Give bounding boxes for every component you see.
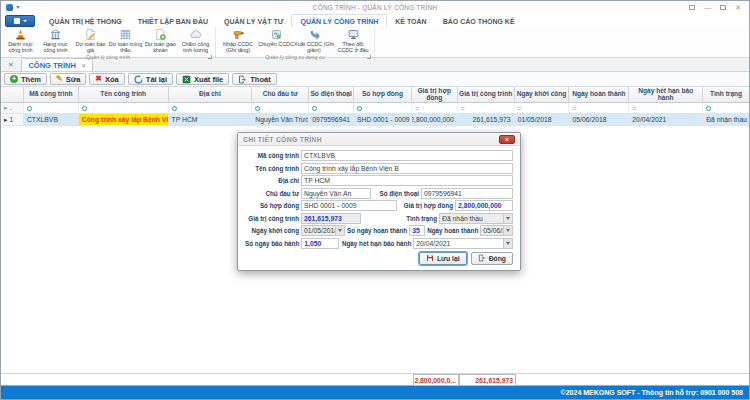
column-header[interactable]: Địa chỉ	[169, 87, 253, 102]
filter-cell[interactable]: =	[515, 103, 570, 113]
thoat-button[interactable]: Thoát	[232, 73, 276, 85]
plus-icon: +	[10, 75, 18, 83]
theo-doi-ccdc-button[interactable]: Theo dõi CCDC ở đâu	[334, 27, 372, 54]
tai-lai-button[interactable]: Tải lại	[128, 73, 173, 85]
dialog-close-button[interactable]: x	[499, 135, 515, 144]
window-title: CÔNG TRÌNH - QUẢN LÝ CÔNG TRÌNH	[1, 4, 749, 11]
cell-ma-cong-trinh[interactable]: CTXLBVB	[24, 114, 79, 125]
app-menu-button[interactable]	[5, 15, 35, 27]
ngay-hoan-thanh-picker[interactable]: 05/06/2018	[480, 225, 513, 236]
filter-cell[interactable]: =	[458, 103, 515, 113]
pencil-icon: ✎	[56, 75, 63, 83]
equals-icon: =	[415, 105, 419, 112]
danh-muc-cong-trinh-button[interactable]: Danh mục công trình	[3, 27, 38, 54]
ribbon-tab-ke-toan[interactable]: KẾ TOÁN	[387, 15, 434, 27]
so-hop-dong-field[interactable]: SHD 0001 - 0009	[301, 200, 397, 211]
chevron-down-icon[interactable]	[503, 226, 512, 235]
cell-gia-tri-hop-dong[interactable]: 2,800,000,000	[412, 114, 458, 125]
cell-gia-tri-cong-trinh[interactable]: 261,615,973	[458, 114, 515, 125]
column-header[interactable]: Tình trạng	[703, 87, 749, 102]
hang-muc-cong-trinh-button[interactable]: Hạng mục công trình	[38, 27, 73, 54]
spreadsheet-icon	[119, 28, 132, 41]
chevron-down-icon[interactable]	[503, 239, 512, 248]
gia-tri-hop-dong-field[interactable]: 2,800,000,000	[455, 200, 513, 211]
filter-cell[interactable]	[703, 103, 749, 113]
nhap-ccdc-button[interactable]: Nhập CCDC (Ghi tăng)	[218, 27, 258, 54]
filter-cell[interactable]: =	[629, 103, 703, 113]
dialog-launcher-icon[interactable]	[208, 55, 212, 59]
gia-tri-cong-trinh-field[interactable]: 261,615,973	[301, 213, 361, 224]
column-header[interactable]: Số điện thoại	[309, 87, 354, 102]
column-header[interactable]: Ngày hết hạn bảo hành	[629, 87, 703, 102]
dialog-launcher-icon[interactable]	[367, 55, 371, 59]
close-tab-icon[interactable]: ✕	[81, 62, 86, 69]
cell-chu-dau-tu[interactable]: Nguyễn Văn Trường	[252, 114, 309, 125]
filter-cell[interactable]	[169, 103, 253, 113]
minimize-button[interactable]: —	[704, 4, 711, 11]
ribbon-tab-quan-ly-cong-trinh[interactable]: QUẢN LÝ CÔNG TRÌNH	[291, 14, 387, 27]
cell-ten-cong-trinh[interactable]: Công trình xây lắp Bệnh Viện B	[79, 114, 169, 125]
chevron-down-icon[interactable]	[335, 226, 344, 235]
filter-cell[interactable]	[79, 103, 169, 113]
ribbon-tab-bao-cao-thong-ke[interactable]: BÁO CÁO THỐNG KÊ	[435, 15, 523, 27]
filter-cell[interactable]: =	[412, 103, 458, 113]
du-toan-trung-thau-button[interactable]: Dự toán trúng thầu	[108, 27, 143, 54]
chevron-down-icon[interactable]	[503, 214, 512, 223]
du-toan-bao-gia-button[interactable]: Dự toán báo giá	[73, 27, 108, 54]
cell-ngay-khoi-cong[interactable]: 01/05/2018	[515, 114, 570, 125]
ribbon-tab-quan-ly-vat-tu[interactable]: QUẢN LÝ VẬT TƯ	[216, 15, 291, 27]
cell-ngay-het-han-bao-hanh[interactable]: 20/04/2021	[629, 114, 703, 125]
close-all-tabs-icon[interactable]: ✕	[4, 61, 17, 71]
filter-icon	[357, 106, 362, 111]
column-header[interactable]: Ngày hoàn thành	[569, 87, 629, 102]
cell-dia-chi[interactable]: TP HCM	[169, 114, 253, 125]
du-toan-giao-khoan-button[interactable]: Dự toán giao khoán	[143, 27, 178, 54]
cell-tinh-trang[interactable]: Đã nhận thầu	[703, 114, 749, 125]
column-header[interactable]: Số hợp đồng	[354, 87, 412, 102]
table-row[interactable]: ▸1 CTXLBVB Công trình xây lắp Bệnh Viện …	[1, 114, 749, 126]
cell-ngay-hoan-thanh[interactable]: 05/06/2018	[569, 114, 629, 125]
column-header[interactable]: Giá trị công trình	[458, 87, 515, 102]
sua-button[interactable]: ✎ Sửa	[50, 73, 86, 85]
column-header[interactable]: Mã công trình	[24, 87, 79, 102]
column-header[interactable]: Ngày khởi công	[515, 87, 570, 102]
filter-icon	[706, 106, 711, 111]
filter-cell[interactable]	[252, 103, 309, 113]
ma-cong-trinh-field[interactable]: CTXLBVB	[301, 150, 513, 161]
so-ngay-bao-hanh-field[interactable]: 1,050	[301, 238, 339, 249]
xoa-button[interactable]: ✖ Xóa	[89, 73, 124, 85]
dong-button[interactable]: Đóng	[471, 252, 513, 265]
xuat-ccdc-button[interactable]: Xuất CCDC (Ghi giảm)	[294, 27, 334, 54]
ngay-khoi-cong-picker[interactable]: 01/05/2018	[301, 225, 345, 236]
tinh-trang-select[interactable]: Đã nhận thầu	[439, 213, 513, 224]
close-button[interactable]: ✕	[735, 4, 741, 11]
cell-so-hop-dong[interactable]: SHD 0001 - 0009	[354, 114, 412, 125]
so-dien-thoai-field[interactable]: 0979596941	[421, 188, 513, 199]
so-ngay-hoan-thanh-field[interactable]: 35	[409, 225, 425, 236]
chi-tiet-cong-trinh-dialog: CHI TIẾT CÔNG TRÌNH x Mã công trình CTXL…	[237, 132, 521, 271]
column-header[interactable]: Chủ đầu tư	[252, 87, 309, 102]
tab-cong-trinh[interactable]: CÔNG TRÌNH ✕	[21, 58, 93, 71]
filter-cell[interactable]	[24, 103, 79, 113]
them-button[interactable]: + Thêm	[4, 73, 47, 85]
document-tab-bar: ✕ CÔNG TRÌNH ✕	[1, 58, 749, 72]
filter-icon	[27, 106, 32, 111]
chuyen-ccdc-button[interactable]: Chuyển CCDC	[258, 27, 294, 54]
dock-window-icon[interactable]	[689, 5, 695, 10]
cham-cong-tinh-luong-button[interactable]: Chấm công tính lương	[178, 27, 213, 54]
chu-dau-tu-field[interactable]: Nguyễn Văn An	[301, 188, 371, 199]
maximize-button[interactable]	[720, 5, 726, 10]
filter-cell[interactable]	[354, 103, 412, 113]
filter-cell[interactable]: =	[569, 103, 629, 113]
column-header[interactable]: Tên công trình	[79, 87, 169, 102]
ten-cong-trinh-field[interactable]: Công trình xây lắp Bệnh Viện B	[301, 163, 513, 174]
cell-so-dien-thoai[interactable]: 0979596941	[309, 114, 354, 125]
luu-lai-button[interactable]: Lưu lại	[419, 252, 467, 265]
filter-cell[interactable]	[309, 103, 354, 113]
xuat-file-button[interactable]: Xuất file	[176, 73, 229, 85]
ribbon-tab-quan-tri-he-thong[interactable]: QUẢN TRỊ HỆ THỐNG	[41, 15, 130, 27]
dia-chi-field[interactable]: TP HCM	[301, 175, 513, 186]
ngay-het-han-bao-hanh-picker[interactable]: 20/04/2021	[413, 238, 513, 249]
column-header[interactable]: Giá trị hợp đồng	[412, 87, 458, 102]
ribbon-tab-thiet-lap-ban-dau[interactable]: THIẾT LẬP BAN ĐẦU	[130, 15, 216, 27]
